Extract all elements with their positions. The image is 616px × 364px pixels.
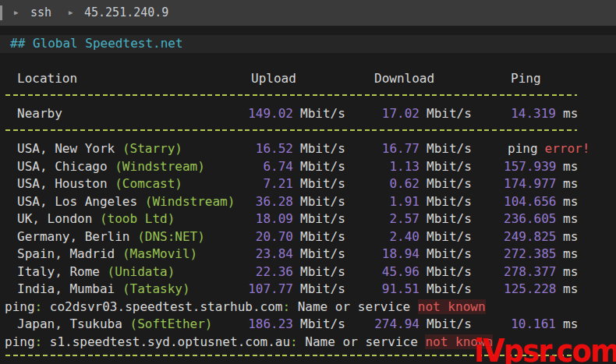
- download-value: 17.02: [374, 105, 420, 123]
- row-upload-cell: 186.23Mbit/s: [248, 316, 345, 334]
- latency-unit: ms: [556, 211, 578, 226]
- nearby-upload: 149.02Mbit/s: [248, 105, 345, 123]
- download-value: 0.62: [374, 175, 420, 193]
- ping-line-part: not known: [418, 299, 486, 314]
- nearby-ping: 14.319ms: [504, 105, 578, 123]
- row-ping-cell: 104.656ms: [504, 193, 578, 211]
- speed-unit: Mbit/s: [420, 106, 472, 121]
- ping-value: 272.385: [504, 246, 556, 263]
- header-ping: Ping: [511, 70, 541, 88]
- terminal-lines: USA, New York (Starry)16.52Mbit/s16.77Mb…: [0, 140, 616, 351]
- row-provider: (MasMovil): [122, 246, 197, 261]
- latency-unit: ms: [556, 194, 578, 209]
- header-download: Download: [374, 70, 434, 88]
- ping-line-part: :: [282, 299, 290, 314]
- row-ping-cell: 278.377ms: [504, 263, 578, 281]
- row-location-cell: USA, Houston (Comcast): [17, 175, 182, 193]
- separator-dashed: [0, 88, 616, 106]
- row-upload-cell: 20.70Mbit/s: [248, 228, 345, 246]
- row-ping-cell: 272.385ms: [504, 246, 578, 263]
- row-location-cell: UK, London (toob Ltd): [17, 210, 175, 228]
- latency-unit: ms: [556, 176, 578, 191]
- row-download-cell: 18.94Mbit/s: [374, 246, 472, 263]
- row-provider: (toob Ltd): [100, 211, 175, 226]
- header-upload: Upload: [251, 70, 296, 88]
- row-ping-cell: 157.939ms: [504, 158, 578, 176]
- latency-unit: ms: [556, 264, 578, 279]
- row-upload-cell: 23.84Mbit/s: [248, 246, 345, 263]
- speed-unit: Mbit/s: [293, 281, 345, 296]
- ping-value: 10.161: [504, 316, 556, 334]
- speedtest-row: USA, Los Angeles (Windstream)36.28Mbit/s…: [0, 193, 616, 211]
- speed-unit: Mbit/s: [293, 264, 345, 279]
- row-upload-cell: 107.77Mbit/s: [248, 281, 345, 299]
- row-provider: (Tatasky): [122, 281, 190, 296]
- speed-unit: Mbit/s: [293, 106, 345, 121]
- row-download-cell: 274.94Mbit/s: [374, 316, 472, 334]
- row-download-cell: 1.91Mbit/s: [374, 193, 472, 211]
- row-download-cell: 45.96Mbit/s: [374, 263, 472, 281]
- row-location-cell: USA, Los Angeles (Windstream): [17, 193, 235, 211]
- ping-line-part: :: [290, 334, 298, 349]
- download-value: 16.77: [374, 140, 420, 158]
- row-download-cell: 2.57Mbit/s: [374, 210, 472, 228]
- latency-unit: ms: [556, 159, 578, 174]
- row-ping-cell: 174.977ms: [504, 175, 578, 193]
- latency-unit: ms: [556, 229, 578, 244]
- row-upload-cell: 36.28Mbit/s: [248, 193, 345, 211]
- speed-unit: Mbit/s: [293, 316, 345, 331]
- speedtest-row: Japan, Tsukuba (SoftEther)186.23Mbit/s27…: [0, 316, 616, 334]
- row-location-cell: USA, Chicago (Windstream): [17, 158, 205, 176]
- row-download-cell: 0.62Mbit/s: [374, 175, 472, 193]
- row-upload-cell: 16.52Mbit/s: [248, 140, 345, 158]
- ping-line-part: Name or service: [298, 334, 426, 349]
- ping-line-part: :: [35, 299, 43, 314]
- speedtest-row: UK, London (toob Ltd)18.09Mbit/s2.57Mbit…: [0, 210, 616, 228]
- command-heading: ## Global Speedtest.net: [0, 35, 616, 53]
- row-ping-error-cell: pingerror!: [508, 140, 589, 158]
- speedtest-row: USA, Chicago (Windstream)6.74Mbit/s1.13M…: [0, 158, 616, 176]
- speedtest-row: Germany, Berlin (DNS:NET)20.70Mbit/s2.40…: [0, 228, 616, 246]
- ping-line-part: :: [35, 334, 43, 349]
- row-location: Spain, Madrid: [17, 246, 115, 261]
- download-value: 91.51: [374, 281, 420, 299]
- row-ping-cell: 249.825ms: [504, 228, 578, 246]
- latency-unit: ms: [556, 281, 578, 296]
- row-provider: (DNS:NET): [137, 229, 205, 244]
- row-location: USA, New York: [17, 141, 115, 156]
- row-download-cell: 91.51Mbit/s: [374, 281, 472, 299]
- download-value: 18.94: [374, 246, 420, 263]
- chevron-right-icon: ▶: [69, 0, 73, 26]
- row-provider: (Starry): [122, 141, 182, 156]
- speed-unit: Mbit/s: [420, 264, 472, 279]
- row-location: USA, Houston: [17, 176, 108, 191]
- speed-unit: Mbit/s: [293, 211, 345, 226]
- table-header-row: Location Upload Download Ping: [0, 70, 616, 88]
- row-provider: (Windstream): [115, 159, 205, 174]
- ping-value: 157.939: [504, 158, 556, 176]
- download-value: 2.57: [374, 210, 420, 228]
- download-value: 274.94: [374, 316, 420, 334]
- upload-value: 22.36: [248, 263, 293, 281]
- ping-value: 125.228: [504, 281, 556, 299]
- speed-unit: Mbit/s: [293, 194, 345, 209]
- ping-value: 14.319: [504, 105, 556, 123]
- row-download-cell: 1.13Mbit/s: [374, 158, 472, 176]
- ping-error-text: error!: [545, 141, 590, 156]
- speed-unit: Mbit/s: [420, 281, 472, 296]
- upload-value: 18.09: [248, 210, 293, 228]
- header-location: Location: [17, 70, 77, 88]
- ping-value: 236.605: [504, 210, 556, 228]
- row-upload-cell: 22.36Mbit/s: [248, 263, 345, 281]
- row-location: Japan, Tsukuba: [17, 316, 122, 331]
- speed-unit: Mbit/s: [420, 316, 472, 331]
- nearby-download: 17.02Mbit/s: [374, 105, 472, 123]
- row-location-cell: USA, New York (Starry): [17, 140, 182, 158]
- speed-unit: Mbit/s: [420, 141, 472, 156]
- upload-value: 23.84: [248, 246, 293, 263]
- terminal-body[interactable]: ## Global Speedtest.net Location Upload …: [0, 26, 616, 364]
- speed-unit: Mbit/s: [420, 211, 472, 226]
- row-location-cell: Germany, Berlin (DNS:NET): [17, 228, 205, 246]
- speed-unit: Mbit/s: [420, 194, 472, 209]
- speed-unit: Mbit/s: [420, 159, 472, 174]
